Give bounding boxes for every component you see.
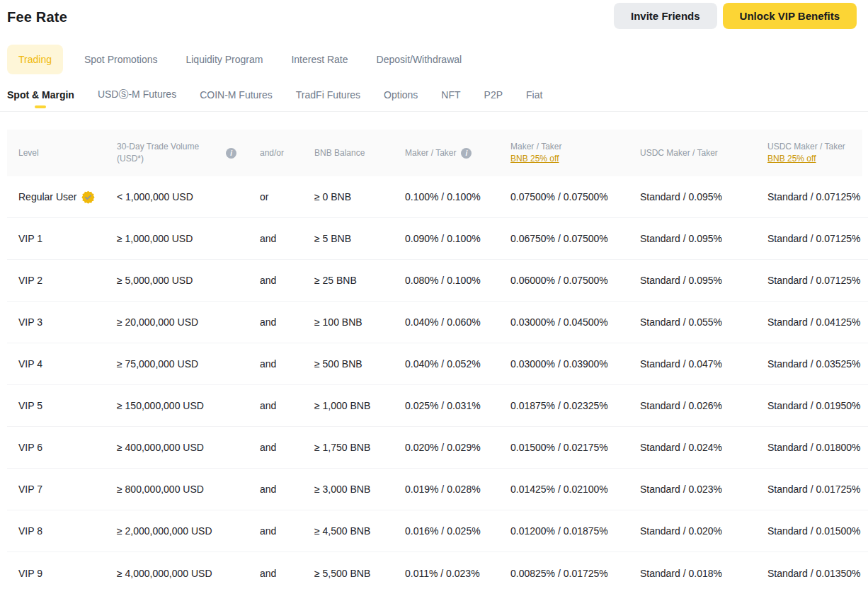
cell-text: Standard / 0.01500%: [767, 525, 861, 537]
cell-text: ≥ 400,000,000 USD: [117, 442, 204, 453]
cell-text: ≥ 75,000,000 USD: [117, 358, 198, 370]
cell-text: 0.090% / 0.100%: [405, 233, 481, 244]
cell-usdc: Standard / 0.024%: [640, 442, 767, 453]
column-header-usdc: USDC Maker / Taker: [640, 147, 767, 159]
main-tab-liquidity-program[interactable]: Liquidity Program: [178, 45, 270, 74]
main-tab-deposit-withdrawal[interactable]: Deposit/Withdrawal: [370, 45, 469, 74]
cell-andor: and: [260, 400, 314, 411]
cell-text: or: [260, 191, 268, 202]
sub-tab-options[interactable]: Options: [384, 85, 418, 110]
cell-volume: < 1,000,000 USD: [117, 191, 260, 202]
cell-text: Standard / 0.01725%: [767, 484, 861, 495]
cell-usdc: Standard / 0.020%: [640, 525, 767, 537]
cell-text: ≥ 500 BNB: [314, 358, 362, 370]
cell-usdc_bnb: Standard / 0.07125%: [767, 275, 868, 286]
cell-text: and: [260, 400, 276, 411]
cell-text: ≥ 5,500 BNB: [314, 568, 370, 579]
cell-text: 0.01200% / 0.01875%: [510, 525, 608, 537]
cell-text: ≥ 800,000,000 USD: [117, 484, 204, 495]
cell-level: VIP 6: [18, 442, 117, 453]
table-row-vip-1: VIP 1≥ 1,000,000 USDand≥ 5 BNB0.090% / 0…: [7, 218, 868, 260]
sub-tab-tradfi-futures[interactable]: TradFi Futures: [296, 85, 360, 110]
cell-text: 0.025% / 0.031%: [405, 400, 481, 411]
cell-text: 0.01425% / 0.02100%: [510, 484, 608, 495]
column-header-volume: 30-Day Trade Volume(USD*)i: [117, 141, 260, 165]
sub-tab-fiat[interactable]: Fiat: [526, 85, 542, 110]
sub-tab-spot-margin[interactable]: Spot & Margin: [7, 85, 74, 110]
cell-bnb: ≥ 3,000 BNB: [314, 484, 405, 495]
info-icon[interactable]: i: [461, 148, 472, 159]
sub-tab-usd-m-futures[interactable]: USDⓈ-M Futures: [98, 84, 176, 111]
cell-level: VIP 1: [18, 233, 117, 244]
bnb-discount-link[interactable]: BNB 25% off: [510, 153, 561, 165]
main-tab-interest-rate[interactable]: Interest Rate: [284, 45, 355, 74]
sub-tab-nft[interactable]: NFT: [441, 85, 460, 110]
cell-text: 0.00825% / 0.01725%: [510, 568, 608, 579]
cell-text: Standard / 0.024%: [640, 442, 722, 453]
cell-level: VIP 5: [18, 400, 117, 411]
table-row-regular-user: Regular User< 1,000,000 USDor≥ 0 BNB0.10…: [7, 176, 868, 218]
cell-text: 0.019% / 0.028%: [405, 484, 481, 495]
sub-tab-coin-m-futures[interactable]: COIN-M Futures: [200, 85, 273, 110]
fee-table: Level30-Day Trade Volume(USD*)iand/orBNB…: [7, 130, 868, 589]
cell-usdc_bnb: Standard / 0.01350%: [767, 568, 868, 579]
cell-text: Standard / 0.023%: [640, 484, 722, 495]
column-label: USDC Maker / Taker: [640, 147, 718, 159]
cell-level: VIP 2: [18, 275, 117, 286]
cell-maker_taker_bnb: 0.00825% / 0.01725%: [510, 568, 640, 579]
column-label: Level: [18, 147, 39, 159]
unlock-vip-benefits-button[interactable]: Unlock VIP Benefits: [723, 3, 857, 29]
column-label: 30-Day Trade Volume: [117, 141, 199, 153]
cell-text: ≥ 3,000 BNB: [314, 484, 370, 495]
cell-maker_taker_bnb: 0.01500% / 0.02175%: [510, 442, 640, 453]
cell-level: VIP 3: [18, 316, 117, 328]
info-icon[interactable]: i: [226, 148, 236, 159]
cell-maker_taker_bnb: 0.01200% / 0.01875%: [510, 525, 640, 537]
cell-text: ≥ 1,750 BNB: [314, 442, 370, 453]
cell-text: 0.011% / 0.023%: [405, 568, 480, 579]
cell-text: 0.06750% / 0.07500%: [510, 233, 608, 244]
cell-volume: ≥ 75,000,000 USD: [117, 358, 260, 370]
column-label: Maker / Taker: [510, 141, 561, 153]
cell-usdc_bnb: Standard / 0.03525%: [767, 358, 868, 370]
table-row-vip-8: VIP 8≥ 2,000,000,000 USDand≥ 4,500 BNB0.…: [7, 510, 868, 552]
cell-maker_taker_bnb: 0.01875% / 0.02325%: [510, 400, 640, 411]
table-row-vip-6: VIP 6≥ 400,000,000 USDand≥ 1,750 BNB0.02…: [7, 427, 868, 469]
cell-text: Standard / 0.01350%: [767, 568, 861, 579]
cell-maker_taker_bnb: 0.03000% / 0.04500%: [510, 316, 640, 328]
cell-text: 0.01500% / 0.02175%: [510, 442, 608, 453]
main-tab-spot-promotions[interactable]: Spot Promotions: [77, 45, 165, 74]
cell-maker_taker_bnb: 0.07500% / 0.07500%: [510, 191, 640, 202]
cell-text: VIP 4: [18, 358, 42, 370]
cell-usdc: Standard / 0.055%: [640, 316, 767, 328]
cell-usdc: Standard / 0.047%: [640, 358, 767, 370]
cell-andor: and: [260, 568, 314, 579]
cell-text: Standard / 0.018%: [640, 568, 722, 579]
cell-usdc_bnb: Standard / 0.01950%: [767, 400, 868, 411]
cell-andor: and: [260, 442, 314, 453]
invite-friends-button[interactable]: Invite Friends: [614, 3, 717, 29]
cell-bnb: ≥ 100 BNB: [314, 316, 405, 328]
cell-volume: ≥ 1,000,000 USD: [117, 233, 260, 244]
column-label: BNB Balance: [314, 147, 365, 159]
cell-text: and: [260, 442, 276, 453]
sub-tabs: Spot & MarginUSDⓈ-M FuturesCOIN-M Future…: [7, 84, 868, 111]
cell-bnb: ≥ 5,500 BNB: [314, 568, 405, 579]
cell-text: and: [260, 233, 276, 244]
cell-volume: ≥ 150,000,000 USD: [117, 400, 260, 411]
cell-text: VIP 5: [18, 400, 42, 411]
bnb-discount-link[interactable]: BNB 25% off: [767, 153, 845, 165]
cell-maker_taker_bnb: 0.01425% / 0.02100%: [510, 484, 640, 495]
main-tab-trading[interactable]: Trading: [7, 45, 63, 74]
cell-text: Standard / 0.095%: [640, 275, 722, 286]
cell-andor: and: [260, 275, 314, 286]
cell-maker_taker: 0.016% / 0.025%: [405, 525, 510, 537]
cell-text: Standard / 0.07125%: [767, 233, 861, 244]
sub-tab-p2p[interactable]: P2P: [484, 85, 503, 110]
cell-maker_taker: 0.020% / 0.029%: [405, 442, 510, 453]
cell-maker_taker_bnb: 0.03000% / 0.03900%: [510, 358, 640, 370]
cell-text: ≥ 20,000,000 USD: [117, 316, 198, 328]
cell-text: 0.040% / 0.052%: [405, 358, 481, 370]
cell-text: Standard / 0.01800%: [767, 442, 861, 453]
cell-volume: ≥ 5,000,000 USD: [117, 275, 260, 286]
